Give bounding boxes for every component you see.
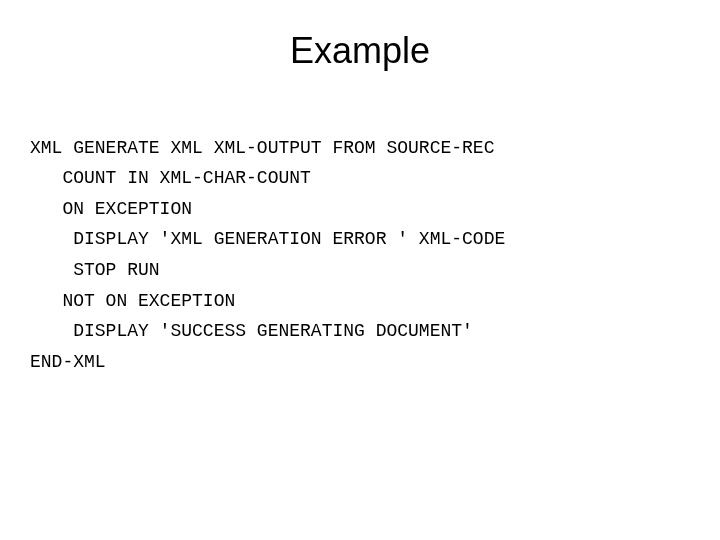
slide-container: Example XML GENERATE XML XML-OUTPUT FROM… bbox=[0, 0, 720, 428]
code-line: XML GENERATE XML XML-OUTPUT FROM SOURCE-… bbox=[30, 138, 494, 158]
code-line: COUNT IN XML-CHAR-COUNT bbox=[30, 168, 311, 188]
code-line: END-XML bbox=[30, 352, 106, 372]
code-line: DISPLAY 'SUCCESS GENERATING DOCUMENT' bbox=[30, 321, 473, 341]
code-line: ON EXCEPTION bbox=[30, 199, 192, 219]
code-block: XML GENERATE XML XML-OUTPUT FROM SOURCE-… bbox=[30, 102, 690, 408]
code-line: DISPLAY 'XML GENERATION ERROR ' XML-CODE bbox=[30, 229, 505, 249]
slide-title: Example bbox=[30, 30, 690, 72]
code-line: NOT ON EXCEPTION bbox=[30, 291, 235, 311]
code-line: STOP RUN bbox=[30, 260, 160, 280]
